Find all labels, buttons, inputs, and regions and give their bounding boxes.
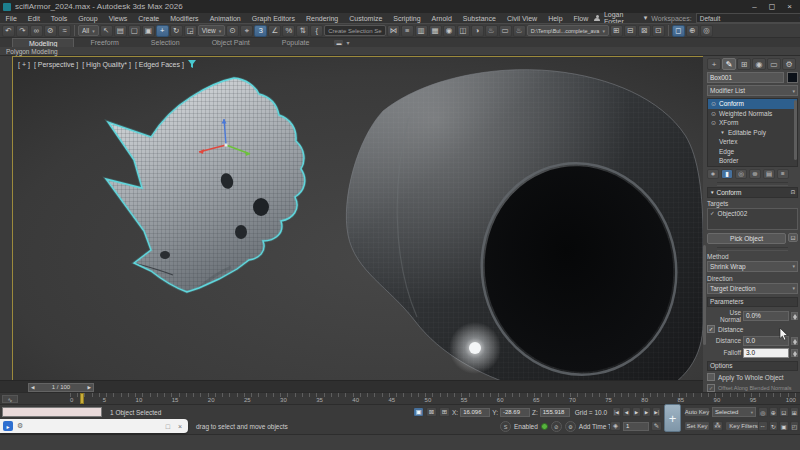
bind-to-space-warp-icon[interactable]: ≈ [58,25,71,37]
menu-item[interactable]: Views [103,15,133,22]
panel-grip[interactable] [717,182,788,186]
modifier-stack-row[interactable]: ⊙ ▼ Edge [708,147,797,157]
rendered-frame-window-icon[interactable]: ▭ [499,25,512,37]
display-tab-icon[interactable]: ▭ [767,58,781,70]
select-and-rotate-icon[interactable]: ↻ [170,25,183,37]
close-button[interactable]: × [787,2,792,11]
select-object-icon[interactable]: ↖ [100,25,113,37]
viewport-canvas[interactable] [13,57,703,381]
project-path-dropdown[interactable]: D:\Temp\Bul...complete_ava▾ [527,25,609,36]
angle-snap-icon[interactable]: ∠ [268,25,281,37]
viewport-menu-shading[interactable]: [ Edged Faces ] [135,61,184,68]
targets-list[interactable]: ✓ Object002 [707,208,798,230]
window-crossing-icon[interactable]: ▣ [142,25,155,37]
falloff-spinner[interactable] [791,349,798,357]
help-globe-icon[interactable]: ◎ [700,25,713,37]
render-production-icon[interactable]: ♨ [513,25,526,37]
workspace-dropdown[interactable]: Default ▾ [696,13,800,23]
gizmo-center[interactable] [225,144,228,147]
menu-item[interactable]: Substance [457,15,501,22]
menu-item[interactable]: Group [73,15,103,22]
project-folder-icon-3[interactable]: ⊠ [638,25,651,37]
project-folder-icon-2[interactable]: ⊟ [624,25,637,37]
adaptive-degradation-icon[interactable]: S [500,421,511,432]
key-set-dropdown[interactable]: Selected▾ [712,407,756,417]
menu-item[interactable]: Flow [568,15,594,22]
utilities-tab-icon[interactable]: ⚙ [782,58,796,70]
conform-rollout-header[interactable]: ▼ Conform ⊡ [707,187,798,198]
select-by-name-icon[interactable]: ▤ [114,25,127,37]
modifier-stack-row[interactable]: ⊙ ▼ Vertex [708,137,797,147]
zoom-region-icon[interactable]: ⊞ [790,407,800,417]
viewport-filter-icon[interactable] [188,60,196,68]
visibility-eye-icon[interactable]: ⊙ [710,119,717,126]
isolate-selection-toggle[interactable]: ▣ [413,407,424,417]
unlink-selection-icon[interactable]: ⊘ [44,25,57,37]
menu-item[interactable]: Rendering [300,15,343,22]
polygon-modeling-panel-label[interactable]: Polygon Modeling [6,48,58,55]
modifier-list-dropdown[interactable]: Modifier List ▾ [707,85,798,96]
overlay-mini-window[interactable]: ▸ ⚙ □ × [0,419,188,433]
maximize-viewport-icon[interactable]: ◰ [790,421,800,431]
use-normal-field[interactable]: 0.0% [743,311,789,321]
auto-key-button[interactable]: Auto Key [684,407,710,417]
project-folder-icon-1[interactable]: ⊞ [610,25,623,37]
command-panel-scrollbar[interactable] [703,245,706,345]
key-mode-toggle[interactable]: ◈ [610,421,621,431]
menu-item[interactable]: Animation [204,15,246,22]
visibility-eye-icon[interactable]: ⊙ [710,100,717,107]
mute-icon[interactable]: ⊘ [551,421,562,432]
ribbon-tab[interactable]: Selection [135,38,196,47]
use-pivot-center-icon[interactable]: ⊙ [226,25,239,37]
modifier-stack-row[interactable]: ⊙ ▼ XForm [708,118,797,128]
viewport[interactable] [12,56,704,382]
user-caret-icon[interactable]: ▾ [644,14,648,22]
overlay-app-icon[interactable]: ▸ [3,421,13,431]
distance-checkbox[interactable]: ✓ [707,325,715,333]
mini-curve-editor-button[interactable]: ∿ [2,395,18,403]
viewport-menu-quality[interactable]: [ High Quality* ] [82,61,131,68]
menu-item[interactable]: Customize [344,15,388,22]
current-frame-field[interactable]: 1 [623,422,649,431]
ribbon-tab[interactable]: Populate [266,38,326,47]
edit-named-selection-sets-icon[interactable]: { [310,25,323,37]
play-button[interactable]: ▶ [632,407,641,417]
make-unique-button[interactable]: ◎ [735,169,747,179]
menu-item[interactable]: Arnold [426,15,457,22]
menu-item[interactable]: Civil View [501,15,542,22]
remove-modifier-button[interactable]: ⊗ [749,169,761,179]
parameters-section-header[interactable]: Parameters [707,297,798,307]
viewport-menu-plus[interactable]: [ + ] [18,61,30,68]
select-and-move-icon[interactable]: + [156,25,169,37]
menu-item[interactable]: Help [543,15,568,22]
ribbon-tab[interactable]: Freeform [74,38,134,47]
pan-icon[interactable]: ⇔ [758,421,768,431]
pick-object-button[interactable]: Pick Object [707,233,786,244]
ribbon-tab[interactable]: Modeling [12,38,74,47]
selection-lock-toggle[interactable]: ⊠ [426,407,437,417]
maxscript-mini-listener[interactable] [2,407,102,417]
default-tangents-icon[interactable]: ⁂ [712,421,723,431]
previous-frame-button[interactable]: ◀ [622,407,631,417]
modifier-stack-row[interactable]: ⊙ ▼ Editable Poly [708,128,797,138]
settings-gear-icon[interactable]: ⚙ [565,421,576,432]
edit-stack-button[interactable]: ▤ [763,169,775,179]
options-section-header[interactable]: Options [707,361,798,371]
minimize-button[interactable]: – [752,2,756,11]
go-to-start-button[interactable]: |◀ [612,407,621,417]
select-and-link-icon[interactable]: ∞ [30,25,43,37]
expand-arrow-icon[interactable]: ▼ [719,130,726,135]
viewport-display-icon[interactable]: ◻ [672,25,685,37]
select-and-scale-icon[interactable]: ◲ [184,25,197,37]
x-coordinate-field[interactable]: 16.096 [460,408,490,417]
stack-scrollbar[interactable] [794,100,797,160]
overlay-close-icon[interactable]: × [178,423,182,430]
zoom-icon[interactable]: ◎ [758,407,768,417]
selection-filter-dropdown[interactable]: All▾ [78,25,99,36]
overlay-maximize-icon[interactable]: □ [166,423,170,430]
playhead-marker[interactable] [80,393,84,404]
toggle-ribbon-icon[interactable]: ▦ [429,25,442,37]
modifier-stack-row[interactable]: ⊙ ▼ Weighted Normals [708,109,797,119]
zoom-all-icon[interactable]: ⊕ [769,407,779,417]
snaps-toggle-icon[interactable]: 3 [254,25,267,37]
